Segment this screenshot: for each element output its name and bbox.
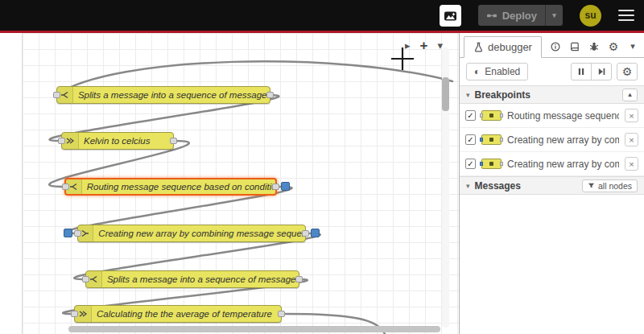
flow-node-function-1[interactable]: Kelvin to celcius bbox=[61, 132, 174, 150]
pause-button[interactable] bbox=[571, 63, 592, 80]
node-input-port[interactable] bbox=[53, 92, 60, 98]
debugger-tab-icon bbox=[473, 42, 484, 52]
flow-canvas[interactable]: Splits a message into a sequence of mess… bbox=[0, 33, 459, 334]
breakpoint-row[interactable]: ✓ Routing message sequence ba × bbox=[460, 104, 644, 128]
export-image-button[interactable] bbox=[440, 5, 461, 27]
messages-title: Messages bbox=[475, 180, 521, 192]
breakpoint-checkbox[interactable]: ✓ bbox=[465, 134, 476, 145]
collapse-icon: ▴ bbox=[628, 91, 631, 98]
tab-config-nodes[interactable]: ⚙ bbox=[604, 37, 623, 56]
node-output-port[interactable] bbox=[295, 276, 303, 282]
enabled-toggle-button[interactable]: ◐ Enabled bbox=[466, 63, 528, 80]
node-input-port[interactable] bbox=[62, 183, 69, 190]
debugger-settings-button[interactable]: ⚙ bbox=[617, 63, 638, 80]
breakpoint-marker[interactable] bbox=[281, 182, 290, 191]
remove-breakpoint-button[interactable]: × bbox=[625, 109, 638, 122]
vertical-scrollbar-thumb[interactable] bbox=[442, 77, 449, 111]
check-icon: ✓ bbox=[467, 136, 473, 144]
image-icon bbox=[444, 9, 457, 23]
check-icon: ✓ bbox=[467, 160, 473, 168]
close-icon: × bbox=[629, 159, 634, 169]
node-output-port[interactable] bbox=[266, 92, 274, 98]
flow-node-switch[interactable]: Routing message sequence based on condit… bbox=[64, 178, 277, 196]
filter-funnel-icon bbox=[588, 183, 595, 189]
gear-icon: ⚙ bbox=[609, 40, 619, 53]
debug-step-controls bbox=[571, 63, 612, 80]
node-output-port[interactable] bbox=[278, 311, 285, 317]
breakpoint-marker[interactable] bbox=[64, 229, 72, 237]
toggle-icon: ◐ bbox=[474, 67, 480, 76]
plus-icon[interactable]: + bbox=[420, 39, 428, 52]
main-menu-button[interactable] bbox=[618, 10, 634, 22]
debugger-toolbar: ◐ Enabled ⚙ bbox=[460, 58, 644, 85]
horizontal-scrollbar-thumb[interactable] bbox=[68, 326, 440, 332]
user-avatar[interactable]: su bbox=[580, 5, 601, 27]
tab-help[interactable] bbox=[565, 37, 584, 56]
node-label: Routing message sequence based on condit… bbox=[82, 182, 275, 192]
node-label: Splits a message into a sequence of mess… bbox=[102, 274, 299, 284]
deploy-button[interactable]: Deploy ▾ bbox=[478, 5, 563, 26]
breakpoint-label: Creating new array by combini bbox=[507, 159, 619, 170]
breakpoints-section-header[interactable]: ▾ Breakpoints ▴ bbox=[460, 85, 644, 104]
pause-icon bbox=[576, 67, 586, 76]
check-icon: ✓ bbox=[467, 112, 473, 120]
node-input-port[interactable] bbox=[74, 230, 81, 237]
tab-debugger[interactable]: debugger bbox=[464, 36, 542, 58]
deploy-icon bbox=[486, 11, 497, 20]
breakpoint-label: Routing message sequence ba bbox=[507, 110, 619, 122]
breakpoint-row[interactable]: ✓ Creating new array by combini × bbox=[460, 128, 644, 152]
step-button[interactable] bbox=[591, 63, 612, 80]
breakpoints-title: Breakpoints bbox=[475, 89, 530, 101]
node-input-port[interactable] bbox=[82, 276, 89, 282]
chevron-down-icon: ▾ bbox=[466, 91, 470, 99]
breakpoint-checkbox[interactable]: ✓ bbox=[465, 159, 476, 169]
flow-node-split-2[interactable]: Splits a message into a sequence of mess… bbox=[85, 270, 299, 288]
close-icon: × bbox=[629, 135, 634, 145]
app-header: Deploy ▾ su bbox=[0, 0, 644, 31]
deploy-options-button[interactable]: ▾ bbox=[545, 5, 563, 26]
node-label: Kelvin to celcius bbox=[79, 136, 156, 146]
remove-breakpoint-button[interactable]: × bbox=[625, 157, 638, 171]
breakpoint-checkbox[interactable]: ✓ bbox=[465, 110, 476, 121]
node-output-port[interactable] bbox=[272, 183, 279, 190]
breakpoints-collapse-button[interactable]: ▴ bbox=[622, 89, 638, 101]
enabled-label: Enabled bbox=[485, 66, 520, 77]
info-icon bbox=[550, 41, 561, 52]
chevron-down-icon: ▾ bbox=[630, 41, 635, 52]
flow-node-function-2[interactable]: Calculating the the average of temperatu… bbox=[74, 305, 282, 323]
flow-node-split-1[interactable]: Splits a message into a sequence of mess… bbox=[56, 86, 270, 104]
hamburger-icon bbox=[618, 10, 634, 12]
right-sidebar: debugger bbox=[459, 33, 644, 334]
sidebar-tab-bar: debugger bbox=[460, 36, 644, 58]
remove-breakpoint-button[interactable]: × bbox=[625, 133, 638, 146]
gear-icon: ⚙ bbox=[622, 65, 633, 78]
messages-section-header[interactable]: ▾ Messages all nodes bbox=[460, 176, 644, 195]
node-input-port[interactable] bbox=[71, 311, 78, 317]
join-node-icon bbox=[481, 134, 502, 145]
node-output-port[interactable] bbox=[302, 230, 309, 237]
node-input-port[interactable] bbox=[58, 138, 65, 144]
cursor-crosshair bbox=[391, 47, 414, 70]
tab-debug-messages[interactable] bbox=[584, 37, 604, 56]
bug-icon bbox=[588, 41, 600, 52]
vertical-scrollbar[interactable] bbox=[442, 47, 449, 328]
deploy-button-main[interactable]: Deploy bbox=[478, 10, 545, 22]
breakpoint-label: Creating new array by combini bbox=[507, 134, 619, 146]
sidebar-tab-icons: ⚙ ▾ bbox=[546, 36, 642, 56]
close-icon: × bbox=[629, 111, 634, 121]
tab-info[interactable] bbox=[546, 37, 565, 56]
node-label: Calculating the the average of temperatu… bbox=[92, 309, 279, 319]
sidebar-tab-menu[interactable]: ▾ bbox=[623, 37, 642, 56]
node-output-port[interactable] bbox=[170, 138, 177, 144]
breakpoint-marker[interactable] bbox=[311, 229, 320, 237]
chevron-down-icon: ▾ bbox=[552, 11, 556, 19]
breakpoint-row[interactable]: ✓ Creating new array by combini × bbox=[460, 152, 644, 176]
messages-empty-area bbox=[460, 195, 644, 299]
messages-filter-button[interactable]: all nodes bbox=[582, 179, 638, 192]
avatar-initials: su bbox=[584, 10, 596, 21]
book-icon bbox=[569, 41, 580, 52]
filter-label: all nodes bbox=[598, 181, 632, 191]
flow-node-join[interactable]: Creating new array by combining message … bbox=[77, 225, 306, 242]
tab-debugger-label: debugger bbox=[488, 41, 532, 53]
node-label: Splits a message into a sequence of mess… bbox=[73, 90, 270, 100]
